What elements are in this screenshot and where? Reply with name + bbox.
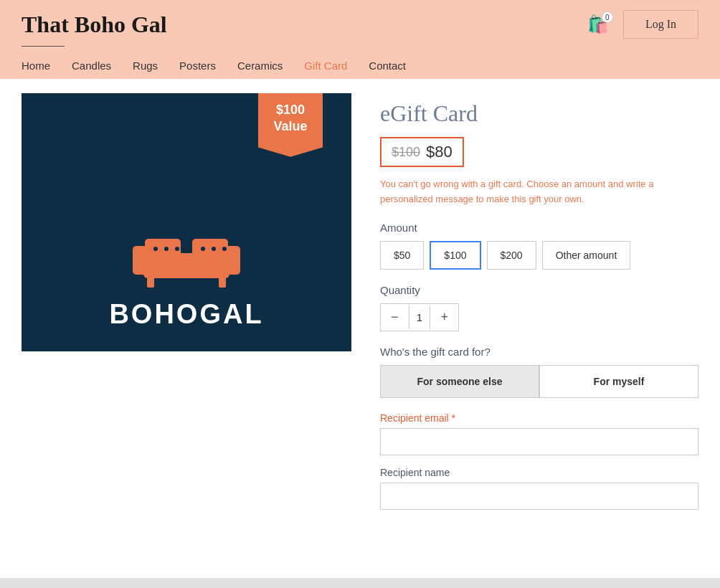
gift-question: Who's the gift card for? [380, 346, 698, 358]
amount-options: $50 $100 $200 Other amount [380, 241, 698, 270]
nav-gift-card[interactable]: Gift Card [304, 60, 347, 72]
svg-rect-2 [192, 239, 228, 262]
recipient-someone-else-button[interactable]: For someone else [380, 365, 539, 398]
header-right: 🛍️ 0 Log In [587, 10, 698, 39]
main-content: $100 Value [0, 79, 720, 536]
nav-posters[interactable]: Posters [179, 60, 216, 72]
nav-ceramics[interactable]: Ceramics [237, 60, 283, 72]
quantity-label: Quantity [380, 284, 698, 296]
price-original: $100 [392, 145, 420, 160]
brand-text: BOHOGAL [109, 299, 263, 330]
product-details: eGift Card $100 $80 You can't go wrong w… [380, 93, 698, 521]
svg-rect-5 [147, 276, 154, 288]
recipient-email-input[interactable] [380, 428, 698, 455]
quantity-control: − 1 + [380, 303, 459, 331]
recipient-name-input[interactable] [380, 483, 698, 510]
nav-candles[interactable]: Candles [72, 60, 111, 72]
amount-100[interactable]: $100 [430, 241, 480, 270]
quantity-value: 1 [409, 305, 431, 329]
svg-point-8 [164, 247, 169, 251]
recipient-options: For someone else For myself [380, 365, 698, 398]
quantity-plus-button[interactable]: + [430, 304, 458, 331]
sofa-icon [129, 224, 244, 292]
product-title: eGift Card [380, 100, 698, 127]
svg-point-12 [222, 247, 227, 251]
login-button[interactable]: Log In [623, 10, 698, 39]
site-title: That Boho Gal [22, 11, 167, 38]
main-nav: Home Candles Rugs Posters Ceramics Gift … [22, 52, 698, 79]
nav-home[interactable]: Home [22, 60, 50, 72]
amount-other[interactable]: Other amount [542, 241, 631, 270]
nav-contact[interactable]: Contact [369, 60, 406, 72]
ribbon-line1: $100 [276, 103, 305, 117]
price-box: $100 $80 [380, 137, 464, 167]
ribbon-line2: Value [273, 119, 307, 133]
quantity-minus-button[interactable]: − [381, 304, 409, 331]
amount-50[interactable]: $50 [380, 241, 424, 270]
recipient-name-label: Recipient name [380, 467, 698, 478]
svg-point-11 [212, 247, 216, 251]
product-description: You can't go wrong with a gift card. Cho… [380, 177, 698, 207]
svg-rect-6 [219, 276, 226, 288]
header-divider [22, 46, 65, 47]
cart-button[interactable]: 🛍️ 0 [587, 14, 609, 34]
svg-point-9 [175, 247, 179, 251]
svg-rect-1 [145, 239, 181, 262]
recipient-email-label: Recipient email * [380, 412, 698, 424]
header: That Boho Gal 🛍️ 0 Log In Home Candles R… [0, 0, 720, 79]
required-marker: * [452, 412, 455, 424]
ribbon: $100 Value [258, 93, 323, 157]
price-current: $80 [426, 143, 453, 161]
svg-point-7 [153, 247, 158, 251]
header-top: That Boho Gal 🛍️ 0 Log In [22, 10, 698, 46]
amount-200[interactable]: $200 [487, 241, 536, 270]
svg-rect-4 [226, 246, 240, 275]
cart-badge: 0 [602, 11, 613, 23]
product-image: $100 Value [22, 93, 351, 351]
scrollbar[interactable] [0, 578, 720, 588]
amount-label: Amount [380, 222, 698, 234]
nav-rugs[interactable]: Rugs [133, 60, 158, 72]
svg-rect-3 [133, 246, 147, 275]
svg-point-10 [201, 247, 205, 251]
recipient-myself-button[interactable]: For myself [539, 365, 698, 398]
